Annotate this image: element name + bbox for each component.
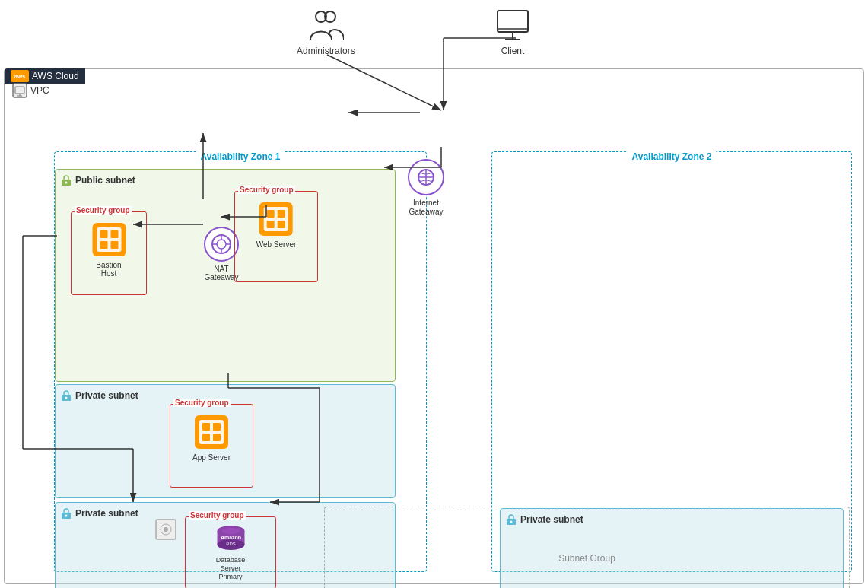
svg-rect-37 [213,434,221,441]
sg-bastion-box: Security group Bastion Host [71,211,147,295]
svg-rect-15 [110,230,118,238]
svg-rect-17 [110,241,118,249]
sg-web-label: Security group [238,186,295,194]
sg-db-box: Security group Amazon RDS [185,516,276,588]
aws-cloud-boundary: aws AWS Cloud VPC Availability Zone 1 [4,68,864,584]
sg-app-box: Security group App Server [170,404,253,488]
svg-rect-14 [100,230,107,238]
svg-rect-36 [202,434,210,441]
svg-point-42 [164,527,168,532]
public-subnet: Public subnet Security group [55,169,396,382]
top-icons-area: Administrators Client [0,0,868,72]
administrators-label: Administrators [297,46,355,56]
app-server-label: App Server [192,453,231,462]
rds-icon: Amazon RDS [211,523,250,554]
vpc-icon [12,83,27,98]
internet-gateway-node: InternetGateaway [408,159,444,217]
administrators-icon-group: Administrators [297,6,355,56]
vpc-text: VPC [30,85,49,96]
bastion-host-node: Bastion Host [91,221,128,278]
svg-point-19 [217,240,226,249]
web-server-label: Web Server [256,240,297,249]
svg-rect-27 [278,210,285,218]
client-icon-group: Client [494,6,531,56]
svg-point-39 [65,515,68,517]
client-label: Client [501,46,525,56]
bastion-host-label: Bastion Host [91,261,128,278]
web-server-node: Web Server [256,201,297,249]
svg-point-11 [65,182,68,184]
svg-rect-34 [202,423,210,431]
public-subnet-lock-icon [60,174,72,186]
az1-label: Availability Zone 1 [196,151,285,162]
svg-text:RDS: RDS [226,542,236,546]
sg-web-box: Security group Web Server [234,191,318,282]
aws-cloud-label: AWS Cloud [32,71,79,81]
vpc-label: VPC [12,83,49,98]
database-server-node: Amazon RDS Database ServerPrimary [208,523,253,580]
svg-rect-29 [278,221,285,228]
az2-label: Availability Zone 2 [628,151,717,162]
db-storage-icon [154,518,177,541]
private-subnet2-lock-icon [60,507,72,520]
bastion-host-ec2-icon [91,221,127,258]
app-server-ec2-icon [193,414,230,450]
internet-gateway-label: InternetGateaway [409,199,443,217]
svg-rect-28 [267,221,275,228]
client-icon [494,6,531,43]
svg-rect-35 [213,423,221,431]
subnet-group: Subnet Group [324,507,850,588]
private-subnet1-label: Private subnet [75,390,138,401]
private-subnet-1: Private subnet Security group [55,384,396,498]
svg-rect-16 [100,241,107,249]
internet-gateway-icon [408,159,444,195]
subnet-group-label: Subnet Group [558,553,615,564]
sg-app-label: Security group [173,399,231,407]
svg-rect-26 [267,210,275,218]
svg-point-46 [221,528,240,534]
nat-gateway-label: NATGateaway [204,265,238,281]
diagram-container: Administrators Client aws AWS Cloud [0,0,868,588]
app-server-node: App Server [192,414,231,462]
aws-logo: aws [11,70,29,82]
svg-point-31 [65,397,68,399]
database-server-label: Database ServerPrimary [208,556,253,580]
aws-cloud-header: aws AWS Cloud [5,68,85,84]
svg-text:Amazon: Amazon [220,535,240,540]
sg-bastion-label: Security group [75,206,132,215]
administrators-icon [307,6,344,43]
private-subnet1-lock-icon [60,389,72,402]
private-subnet2-label: Private subnet [75,508,138,519]
public-subnet-label: Public subnet [75,175,135,186]
web-server-ec2-icon [258,201,294,237]
sg-db-label: Security group [189,511,246,520]
db-storage-node [154,518,177,544]
